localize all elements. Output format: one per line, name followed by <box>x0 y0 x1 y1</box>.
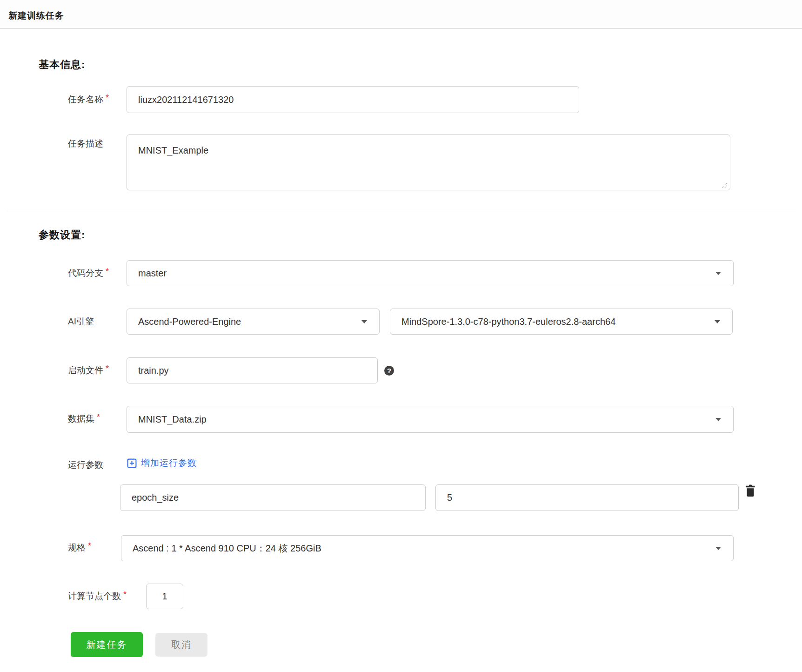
required-asterisk: * <box>106 267 109 276</box>
help-glyph: ? <box>387 367 391 375</box>
required-asterisk: * <box>88 541 91 551</box>
dataset-select[interactable]: MNIST_Data.zip <box>127 406 734 433</box>
field-label-task-name: 任务名称* <box>68 94 109 106</box>
required-asterisk: * <box>106 364 109 373</box>
label-text: 规格 <box>68 543 86 552</box>
label-text: 任务描述 <box>68 139 103 148</box>
spec-select[interactable]: Ascend : 1 * Ascend 910 CPU：24 核 256GiB <box>121 535 734 561</box>
spec-value: Ascend : 1 * Ascend 910 CPU：24 核 256GiB <box>133 542 715 555</box>
page-header: 新建训练任务 <box>0 0 802 29</box>
ai-engine-version-select[interactable]: MindSpore-1.3.0-c78-python3.7-euleros2.8… <box>390 309 733 335</box>
required-asterisk: * <box>97 412 100 422</box>
boot-file-input[interactable] <box>127 357 378 383</box>
code-branch-select[interactable]: master <box>127 260 734 286</box>
section-title-params: 参数设置: <box>39 228 85 242</box>
label-text: 代码分支 <box>68 268 103 278</box>
resize-handle-icon[interactable] <box>720 181 728 188</box>
ai-engine-select[interactable]: Ascend-Powered-Engine <box>127 309 380 335</box>
section-title-basic: 基本信息: <box>39 58 85 72</box>
dataset-value: MNIST_Data.zip <box>138 414 715 425</box>
field-label-ai-engine: AI引擎 <box>68 316 94 328</box>
required-asterisk: * <box>106 93 109 102</box>
label-text: 启动文件 <box>68 365 103 375</box>
task-desc-textarea[interactable]: MNIST_Example <box>127 134 730 190</box>
node-count-input[interactable] <box>146 584 183 609</box>
run-param-key-input[interactable] <box>120 484 426 511</box>
page-title: 新建训练任务 <box>0 0 802 22</box>
section-divider <box>7 211 796 211</box>
task-name-input[interactable] <box>127 86 579 113</box>
create-task-button[interactable]: 新建任务 <box>71 632 143 657</box>
chevron-down-icon <box>715 272 721 275</box>
field-label-dataset: 数据集* <box>68 413 100 425</box>
ai-engine-value: Ascend-Powered-Engine <box>138 316 361 327</box>
chevron-down-icon <box>715 418 721 421</box>
field-label-task-desc: 任务描述 <box>68 138 103 150</box>
field-label-spec: 规格* <box>68 542 91 554</box>
code-branch-value: master <box>138 268 715 279</box>
label-text: AI引擎 <box>68 316 94 326</box>
add-run-param-link[interactable]: 增加运行参数 <box>127 457 197 469</box>
label-text: 任务名称 <box>68 94 103 104</box>
cancel-button[interactable]: 取消 <box>155 633 207 657</box>
label-text: 运行参数 <box>68 460 103 470</box>
label-text: 数据集 <box>68 414 94 423</box>
add-run-param-label: 增加运行参数 <box>141 457 197 469</box>
chevron-down-icon <box>361 320 367 323</box>
ai-engine-version-value: MindSpore-1.3.0-c78-python3.7-euleros2.8… <box>401 316 715 327</box>
field-label-boot-file: 启动文件* <box>68 364 109 376</box>
run-param-value-input[interactable] <box>435 484 739 511</box>
new-training-task-page: 新建训练任务 基本信息: 任务名称* 任务描述 MNIST_Example 参数… <box>0 0 802 672</box>
help-icon[interactable]: ? <box>384 366 394 376</box>
chevron-down-icon <box>715 547 721 550</box>
chevron-down-icon <box>715 320 720 323</box>
field-label-run-params: 运行参数 <box>68 459 103 471</box>
delete-icon[interactable] <box>745 484 756 497</box>
add-icon <box>127 458 137 468</box>
label-text: 计算节点个数 <box>68 591 121 601</box>
required-asterisk: * <box>123 590 127 599</box>
field-label-code-branch: 代码分支* <box>68 267 109 279</box>
field-label-node-count: 计算节点个数* <box>68 590 127 602</box>
